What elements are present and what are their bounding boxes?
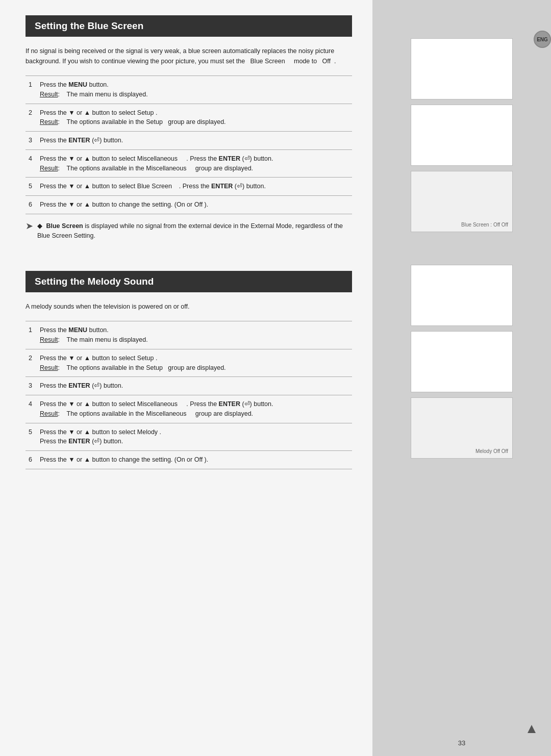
screen-box-2	[411, 105, 513, 166]
section-blue-screen: Setting the Blue Screen If no signal is …	[26, 15, 352, 240]
step-content: Press the ▼ or ▲ button to select Miscel…	[37, 149, 352, 178]
step-number: 3	[26, 132, 37, 150]
section2-title: Setting the Melody Sound	[26, 271, 352, 292]
table-row: 2 Press the ▼ or ▲ button to select Setu…	[26, 104, 352, 132]
step-content: Press the MENU button. Result: The main …	[37, 76, 352, 104]
table-row: 5 Press the ▼ or ▲ button to select Melo…	[26, 423, 352, 451]
section1-title: Setting the Blue Screen	[26, 15, 352, 37]
screen-box-1	[411, 38, 513, 99]
section-melody-sound: Setting the Melody Sound A melody sounds…	[26, 271, 352, 469]
page-number: 33	[372, 739, 551, 747]
table-row: 5 Press the ▼ or ▲ button to select Blue…	[26, 178, 352, 196]
table-row: 3 Press the ENTER (⏎) button.	[26, 377, 352, 395]
table-row: 4 Press the ▼ or ▲ button to select Misc…	[26, 149, 352, 178]
main-content: Setting the Blue Screen If no signal is …	[0, 0, 372, 756]
eng-badge: ENG	[534, 31, 551, 48]
step-content: Press the ▼ or ▲ button to change the se…	[37, 196, 352, 214]
step-content: Press the ▼ or ▲ button to select Blue S…	[37, 178, 352, 196]
eng-label: ENG	[537, 37, 548, 42]
svg-marker-0	[528, 725, 536, 733]
step-content: Press the MENU button. Result: The main …	[37, 321, 352, 349]
step-content: Press the ENTER (⏎) button.	[37, 132, 352, 150]
table-row: 6 Press the ▼ or ▲ button to change the …	[26, 451, 352, 469]
step-number: 2	[26, 349, 37, 377]
section2-screens: Melody Off Off	[385, 265, 538, 461]
section1-screens: Blue Screen : Off Off	[385, 38, 538, 234]
step-number: 5	[26, 178, 37, 196]
section2-steps: 1 Press the MENU button. Result: The mai…	[26, 321, 352, 469]
table-row: 6 Press the ▼ or ▲ button to change the …	[26, 196, 352, 214]
table-row: 2 Press the ▼ or ▲ button to select Setu…	[26, 349, 352, 377]
nav-arrow-icon	[527, 724, 537, 736]
screen-label-melody: Melody Off Off	[475, 448, 508, 454]
step-number: 4	[26, 149, 37, 178]
note-arrow-icon: ➤	[26, 220, 33, 232]
step-number: 5	[26, 423, 37, 451]
step-content: Press the ▼ or ▲ button to select Melody…	[37, 423, 352, 451]
section2-intro: A melody sounds when the television is p…	[26, 301, 352, 312]
table-row: 1 Press the MENU button. Result: The mai…	[26, 76, 352, 104]
step-number: 2	[26, 104, 37, 132]
note-text: ◆ Blue Screen is displayed while no sign…	[37, 221, 352, 241]
screen-box-4	[411, 265, 513, 326]
right-panel: ENG Blue Screen : Off Off Melody Off Off…	[372, 0, 551, 756]
note-section1: ➤ ◆ Blue Screen is displayed while no si…	[26, 221, 352, 241]
screen-box-6: Melody Off Off	[411, 397, 513, 459]
screen-box-5	[411, 331, 513, 392]
step-number: 1	[26, 76, 37, 104]
step-content: Press the ▼ or ▲ button to select Setup …	[37, 104, 352, 132]
step-content: Press the ▼ or ▲ button to select Miscel…	[37, 395, 352, 423]
section1-steps: 1 Press the MENU button. Result: The mai…	[26, 75, 352, 214]
table-row: 4 Press the ▼ or ▲ button to select Misc…	[26, 395, 352, 423]
step-number: 4	[26, 395, 37, 423]
table-row: 3 Press the ENTER (⏎) button.	[26, 132, 352, 150]
section1-intro: If no signal is being received or the si…	[26, 46, 352, 66]
step-content: Press the ▼ or ▲ button to change the se…	[37, 451, 352, 469]
step-number: 6	[26, 196, 37, 214]
step-content: Press the ENTER (⏎) button.	[37, 377, 352, 395]
screen-box-3: Blue Screen : Off Off	[411, 171, 513, 232]
step-content: Press the ▼ or ▲ button to select Setup …	[37, 349, 352, 377]
step-number: 1	[26, 321, 37, 349]
step-number: 6	[26, 451, 37, 469]
screen-label-bluescreen: Blue Screen : Off Off	[461, 222, 508, 228]
step-number: 3	[26, 377, 37, 395]
table-row: 1 Press the MENU button. Result: The mai…	[26, 321, 352, 349]
